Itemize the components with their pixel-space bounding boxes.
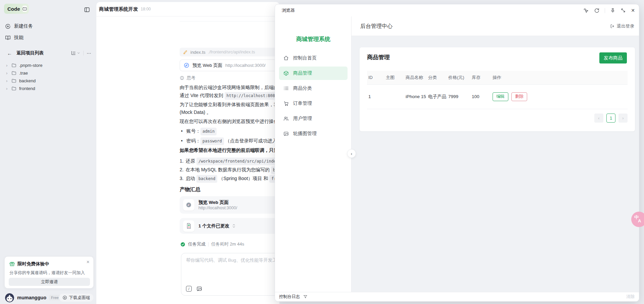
logout-label: 退出登录 (617, 23, 634, 29)
publish-product-button[interactable]: 发布商品 (599, 52, 627, 63)
message-paragraph: (Mock Data) 。 (180, 108, 211, 116)
download-label: 下载桌面端 (69, 295, 90, 301)
col-header-image: 主图 (384, 71, 404, 84)
logout-button[interactable]: 退出登录 (610, 16, 634, 36)
folder-icon (11, 78, 16, 83)
tree-item-trae[interactable]: › .trae (0, 69, 96, 77)
project-header: ← 返回项目列表 ⋯ (0, 49, 96, 57)
cell-id: 1 (367, 84, 384, 109)
console-log-label: 控制台日志 (279, 294, 300, 300)
page-number-button[interactable]: 1 (606, 114, 615, 123)
collapse-sidebar-icon[interactable] (83, 6, 91, 13)
chevron-down-icon (77, 51, 80, 55)
chevron-right-icon: › (6, 78, 9, 83)
cell-category: 电子产品 (427, 84, 447, 109)
toolbar-divider (83, 51, 84, 55)
titlebar-divider (605, 8, 605, 13)
chat-timestamp: 18:00 (141, 7, 151, 11)
products-table: ID 主图 商品名称 分类 价格(元) 库存 操作 1 (367, 71, 628, 109)
compass-icon (184, 62, 189, 68)
tree-item-pnpm-store[interactable]: › .pnpm-store (0, 61, 96, 69)
book-icon (5, 35, 11, 41)
sidebar-item-new-task[interactable]: 新建任务 (5, 22, 72, 31)
refresh-button[interactable] (594, 8, 600, 13)
cube-icon (283, 71, 289, 76)
expand-button[interactable] (620, 8, 626, 13)
thinking-toggle[interactable]: 思考 (180, 75, 195, 81)
promo-card: 限时免费体验中 ✕ 分享你的专属邀请码，邀请好友一同加入 立即邀请 (4, 256, 94, 289)
col-header-name: 商品名称 (404, 71, 427, 84)
col-header-category: 分类 (427, 71, 447, 84)
invite-button[interactable]: 立即邀请 (9, 278, 90, 286)
tree-item-label: .trae (19, 71, 28, 76)
close-icon[interactable]: ✕ (631, 8, 635, 13)
chat-title: 商城管理系统开发 (99, 6, 138, 12)
file-diff-icon (183, 220, 194, 232)
close-icon[interactable]: ✕ (86, 260, 90, 264)
chevron-right-icon: › (6, 71, 9, 76)
status-divider (208, 242, 209, 247)
pagination: ‹ 1 › (594, 114, 628, 123)
tree-item-backend[interactable]: › backend (0, 77, 96, 84)
menu-item-categories[interactable]: 商品分类 (279, 82, 348, 95)
list-icon (283, 86, 289, 91)
more-options-icon[interactable]: ⋯ (87, 50, 92, 56)
menu-item-banners[interactable]: 轮播图管理 (279, 127, 348, 140)
logout-icon (610, 24, 615, 29)
console-clear-button[interactable]: 清除 (626, 294, 635, 300)
delete-button[interactable]: 删除 (511, 92, 527, 101)
picture-icon (283, 131, 289, 136)
artifact-title: 预览 Web 页面 (198, 200, 237, 205)
webapp-header: 后台管理中心 退出登录 (352, 16, 639, 36)
tree-item-frontend[interactable]: › frontend (0, 85, 96, 92)
pin-button[interactable] (610, 8, 615, 13)
edit-button[interactable]: 编辑 (493, 92, 508, 101)
refresh-icon (594, 8, 600, 13)
logo-label: Code (7, 6, 20, 12)
preview-url: http://localhost:3000/ (225, 63, 266, 68)
pencil-icon (183, 50, 188, 54)
ordered-list-item: 1.还原 /workspace/frontend/src/api/index (180, 157, 280, 165)
tree-view-icon (71, 51, 76, 56)
tree-view-toggle[interactable] (71, 51, 80, 56)
logo-button[interactable]: Code (4, 4, 29, 14)
translate-fab-button[interactable]: 中 A (631, 212, 644, 227)
message-paragraph: 为了让您能够立刻看到并体验前端页面效果，我已 (180, 101, 283, 108)
message-paragraph: 现在您可以再次在右侧的浏览器预览中进行操作： (180, 118, 283, 125)
gift-icon (9, 261, 15, 267)
user-name: mumangguo (17, 295, 46, 300)
attach-image-button[interactable] (196, 286, 202, 292)
slash-command-button[interactable]: / (186, 286, 192, 292)
sidebar-item-skills[interactable]: 技能 (5, 33, 72, 42)
new-task-label: 新建任务 (14, 23, 33, 29)
sidebar-collapse-handle[interactable]: ‹ (347, 149, 356, 158)
chat-plus-icon (5, 24, 11, 29)
thinking-icon (180, 76, 184, 80)
file-name: index.ts (190, 50, 205, 55)
download-desktop-button[interactable]: 下载桌面端 (59, 294, 94, 302)
menu-item-orders[interactable]: 订单管理 (279, 97, 348, 110)
compass-artifact-icon (183, 199, 194, 211)
avatar[interactable] (5, 293, 14, 302)
message-paragraph: 通过 Vite 代理转发到 http://localhost:8080 (180, 92, 279, 100)
cell-name: iPhone 15 (404, 84, 427, 109)
back-arrow-icon[interactable]: ← (7, 50, 12, 56)
menu-item-products[interactable]: 商品管理 (279, 67, 348, 80)
menu-item-users[interactable]: 用户管理 (279, 112, 348, 125)
ordered-list-item: 2.在本地 MySQL 数据库执行我为您编写的 back (180, 166, 285, 174)
cell-image (384, 84, 404, 109)
col-header-actions: 操作 (491, 71, 628, 84)
image-icon (196, 286, 202, 292)
col-header-id: ID (367, 71, 384, 84)
next-page-button[interactable]: › (618, 114, 628, 123)
filter-funnel-icon[interactable] (303, 295, 308, 299)
bullet-icon: • (181, 137, 186, 145)
prev-page-button[interactable]: ‹ (594, 114, 603, 123)
browser-title: 浏览器 (282, 7, 295, 13)
expand-updown-icon (232, 224, 236, 228)
chevron-right-icon: › (6, 63, 9, 68)
menu-item-dashboard[interactable]: 控制台首页 (279, 51, 348, 65)
inspect-element-button[interactable] (583, 8, 589, 13)
promo-title: 限时免费体验中 (17, 261, 49, 267)
users-icon (283, 116, 289, 121)
